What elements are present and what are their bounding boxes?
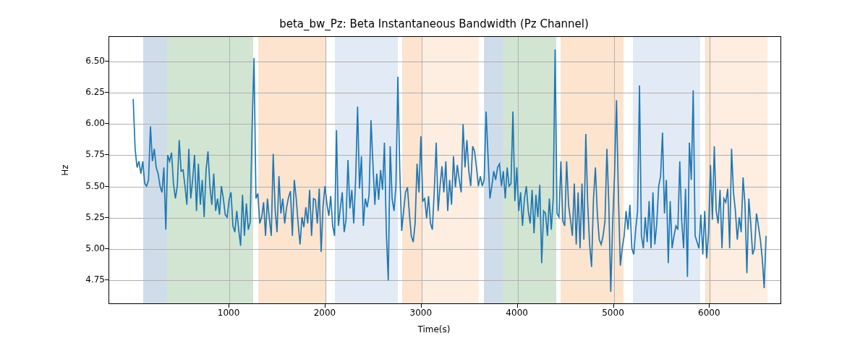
- y-tick-mark: [105, 154, 109, 155]
- y-tick-mark: [105, 279, 109, 280]
- y-tick-mark: [105, 217, 109, 218]
- y-tick-label: 4.75: [61, 274, 105, 285]
- y-tick-mark: [105, 123, 109, 124]
- line-series: [109, 37, 780, 304]
- x-tick-mark: [229, 304, 229, 308]
- y-axis-label: Hz: [60, 164, 70, 175]
- x-tick-label: 6000: [698, 308, 720, 318]
- y-tick-mark: [105, 186, 109, 187]
- x-tick-mark: [421, 304, 422, 308]
- y-tick-mark: [105, 248, 109, 249]
- x-tick-label: 5000: [602, 308, 624, 318]
- plot-axes: [109, 36, 781, 304]
- x-tick-mark: [517, 304, 518, 308]
- y-tick-label: 5.00: [61, 243, 105, 253]
- y-tick-label: 5.50: [61, 181, 105, 191]
- y-tick-label: 5.25: [61, 212, 105, 222]
- x-tick-label: 4000: [506, 308, 528, 318]
- x-tick-label: 3000: [410, 308, 433, 318]
- x-tick-mark: [709, 304, 710, 308]
- line-path: [133, 49, 766, 292]
- y-tick-label: 5.75: [61, 149, 105, 159]
- chart-title: beta_bw_Pz: Beta Instantaneous Bandwidth…: [0, 17, 868, 30]
- y-tick-label: 6.25: [61, 87, 105, 97]
- y-tick-label: 6.00: [61, 118, 105, 128]
- x-tick-mark: [613, 304, 614, 308]
- x-tick-label: 2000: [314, 308, 336, 318]
- y-tick-label: 6.50: [61, 56, 105, 66]
- figure: beta_bw_Pz: Beta Instantaneous Bandwidth…: [0, 0, 868, 362]
- x-axis-label: Time(s): [0, 324, 868, 334]
- x-tick-mark: [325, 304, 326, 308]
- x-tick-label: 1000: [218, 308, 240, 318]
- y-tick-mark: [105, 61, 109, 62]
- y-tick-mark: [105, 92, 109, 93]
